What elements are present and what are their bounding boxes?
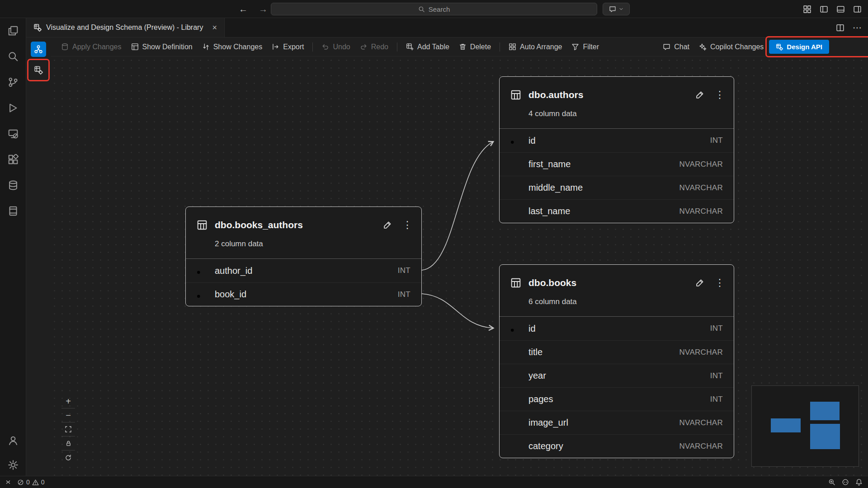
chat-button[interactable]: Chat: [659, 40, 693, 54]
table-row[interactable]: first_name NVARCHAR: [500, 152, 734, 176]
designer-rail: [26, 38, 51, 476]
nav-history: ← →: [239, 0, 268, 18]
back-button[interactable]: ←: [239, 4, 248, 14]
copilot-changes-button[interactable]: Copilot Changes: [695, 40, 768, 54]
forward-button[interactable]: →: [259, 4, 268, 14]
remote-indicator-button[interactable]: [5, 479, 12, 486]
zoom-icon[interactable]: [828, 479, 835, 486]
add-table-icon: [406, 43, 414, 51]
toggle-sidebar-button[interactable]: [820, 5, 828, 14]
table-row[interactable]: book_id INT: [186, 282, 421, 306]
tab-title: Visualize and Design Schema (Preview) - …: [46, 23, 203, 32]
table-grid-icon: [510, 89, 521, 100]
table-header: dbo.authors ⋮ 4 column data: [500, 77, 734, 120]
edit-table-button[interactable]: [695, 278, 705, 288]
sidebar-item-search[interactable]: [8, 51, 19, 62]
add-table-button[interactable]: Add Table: [402, 40, 453, 54]
table-row[interactable]: title NVARCHAR: [500, 340, 734, 364]
table-definition-view-button[interactable]: [31, 62, 46, 78]
design-api-button[interactable]: Design API: [769, 40, 829, 54]
apply-changes-button[interactable]: Apply Changes: [57, 40, 126, 54]
primary-key-icon: [509, 136, 528, 145]
table-row[interactable]: last_name NVARCHAR: [500, 199, 734, 223]
table-name: dbo.authors: [528, 89, 583, 100]
reset-view-button[interactable]: [61, 450, 75, 465]
search-placeholder: Search: [429, 5, 450, 13]
table-row[interactable]: category NVARCHAR: [500, 434, 734, 458]
entity-table-authors[interactable]: dbo.authors ⋮ 4 column data: [499, 76, 734, 223]
minimap[interactable]: [751, 385, 859, 467]
table-row[interactable]: middle_name NVARCHAR: [500, 176, 734, 199]
fk-connector-author: [422, 142, 493, 270]
show-changes-button[interactable]: Show Changes: [198, 40, 267, 54]
toggle-panel-button[interactable]: [836, 5, 845, 14]
delete-button[interactable]: Delete: [455, 40, 495, 54]
copilot-status-icon[interactable]: [842, 479, 849, 486]
auto-arrange-button[interactable]: Auto Arrange: [505, 40, 566, 54]
column-name: id: [528, 136, 710, 146]
sidebar-item-source-control[interactable]: [8, 77, 19, 88]
compare-changes-icon: [202, 43, 210, 51]
auto-arrange-icon: [509, 43, 516, 51]
bell-icon[interactable]: [855, 479, 863, 486]
undo-icon: [321, 43, 329, 51]
column-name: image_url: [528, 418, 679, 428]
table-subtitle: 2 column data: [215, 239, 412, 250]
table-row[interactable]: image_url NVARCHAR: [500, 411, 734, 434]
problems-button[interactable]: 0 0: [17, 479, 45, 486]
fit-view-button[interactable]: [61, 422, 75, 436]
table-row[interactable]: id INT: [500, 129, 734, 152]
tab-schema-designer[interactable]: Visualize and Design Schema (Preview) - …: [26, 18, 225, 37]
title-bar: ← → Search: [0, 0, 868, 18]
table-menu-button[interactable]: ⋮: [715, 278, 725, 288]
redo-button[interactable]: Redo: [356, 40, 392, 54]
table-menu-button[interactable]: ⋮: [715, 90, 725, 100]
export-button[interactable]: Export: [268, 40, 308, 54]
table-menu-button[interactable]: ⋮: [402, 220, 412, 230]
filter-button[interactable]: Filter: [567, 40, 603, 54]
main-area: Visualize and Design Schema (Preview) - …: [0, 18, 868, 476]
settings-gear-icon[interactable]: [8, 460, 19, 470]
account-icon[interactable]: [8, 435, 19, 446]
table-row[interactable]: year INT: [500, 364, 734, 387]
table-subtitle: 4 column data: [528, 109, 725, 120]
entity-table-books-authors[interactable]: dbo.books_authors ⋮ 2 column data: [185, 206, 422, 306]
schema-diagram-view-button[interactable]: [31, 42, 46, 57]
customize-layout-button[interactable]: [803, 5, 811, 14]
sidebar-item-database-projects[interactable]: [8, 206, 19, 216]
sidebar-item-run-debug[interactable]: [8, 103, 19, 113]
table-row[interactable]: pages INT: [500, 387, 734, 411]
sidebar-item-extensions[interactable]: [8, 154, 19, 165]
close-tab-icon[interactable]: ×: [212, 23, 217, 33]
show-definition-button[interactable]: Show Definition: [127, 40, 197, 54]
toggle-secondary-sidebar-button[interactable]: [853, 5, 862, 14]
editor-area: Visualize and Design Schema (Preview) - …: [26, 18, 868, 476]
undo-button[interactable]: Undo: [317, 40, 354, 54]
lock-button[interactable]: [61, 436, 75, 450]
split-editor-button[interactable]: [836, 23, 844, 32]
filter-icon: [571, 43, 579, 51]
edit-table-button[interactable]: [382, 220, 392, 230]
zoom-out-button[interactable]: −: [61, 408, 75, 422]
warning-icon: [32, 479, 39, 486]
table-name: dbo.books_authors: [215, 220, 303, 230]
table-row[interactable]: id INT: [500, 317, 734, 340]
schema-canvas[interactable]: dbo.books_authors ⋮ 2 column data: [51, 56, 868, 476]
redo-label: Redo: [371, 43, 388, 51]
more-actions-button[interactable]: ⋯: [853, 22, 862, 33]
copilot-menu-button[interactable]: [603, 3, 630, 15]
column-name: author_id: [215, 266, 398, 276]
search-input[interactable]: Search: [271, 3, 597, 15]
sidebar-item-remote-explorer[interactable]: [8, 128, 19, 139]
zoom-in-button[interactable]: +: [61, 394, 75, 408]
edit-table-button[interactable]: [695, 90, 705, 100]
activity-bar-bottom: [8, 435, 19, 470]
entity-table-books[interactable]: dbo.books ⋮ 6 column data: [499, 264, 734, 458]
table-subtitle: 6 column data: [528, 297, 725, 308]
column-type: NVARCHAR: [679, 160, 723, 169]
table-row[interactable]: author_id INT: [186, 259, 421, 282]
column-name: book_id: [215, 289, 398, 300]
sidebar-item-sql-database[interactable]: [8, 180, 19, 191]
toolbar-separator: [500, 42, 500, 52]
sidebar-item-explorer[interactable]: [8, 25, 19, 36]
